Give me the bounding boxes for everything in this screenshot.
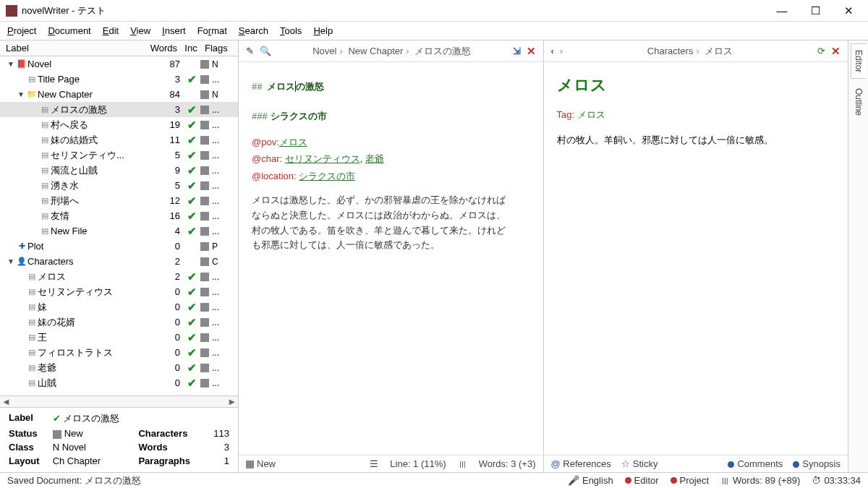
tree-row[interactable]: ▤湧き水5✔... <box>0 178 238 193</box>
reload-icon[interactable]: ⟳ <box>817 46 825 56</box>
tree-row[interactable]: ▤セリヌンティウ...5✔... <box>0 147 238 163</box>
editor-heading-2: ### シラクスの市 <box>252 106 530 125</box>
tree-row[interactable]: ▤妹0✔... <box>0 299 238 314</box>
split-icon[interactable]: ⇲ <box>513 46 521 56</box>
char-icon: 👤 <box>16 257 27 267</box>
hdr-words[interactable]: Words <box>147 41 180 55</box>
hdr-flags[interactable]: Flags <box>202 41 238 55</box>
footer-comments[interactable]: Comments <box>728 458 783 469</box>
status-editor: Editor <box>625 475 659 486</box>
tree-row[interactable]: ▤濁流と山賊9✔... <box>0 163 238 178</box>
tree-row[interactable]: ▤村へ戻る19✔... <box>0 117 238 132</box>
status-saved: Saved Document: メロスの激怒 <box>7 474 141 487</box>
doc-icon: ▤ <box>39 150 51 160</box>
footer-sticky[interactable]: ☆Sticky <box>621 458 658 469</box>
search-icon[interactable]: 🔍 <box>260 46 271 56</box>
tree-row-inc: ✔ <box>183 210 200 223</box>
menu-format[interactable]: Format <box>197 25 227 36</box>
tree-row-label: セリヌンティウス <box>38 286 150 299</box>
tree-row[interactable]: ▤老爺0✔... <box>0 360 238 375</box>
editor-body[interactable]: ## メロスの激怒 ### シラクスの市 @pov:メロス @char: セリヌ… <box>239 62 543 455</box>
footer-references[interactable]: @ References <box>551 458 611 469</box>
tree-row[interactable]: ▤妹の花婿0✔... <box>0 314 238 330</box>
menu-tools[interactable]: Tools <box>280 25 302 36</box>
tree-row[interactable]: ▤刑場へ12✔... <box>0 193 238 208</box>
expander-icon[interactable]: ▼ <box>6 60 16 68</box>
detail-paras-lab: Paragraphs <box>138 455 190 466</box>
tree-row-inc: ✔ <box>183 119 200 132</box>
status-words: ⫼Words: 89 (+89) <box>720 475 800 486</box>
tree-row[interactable]: ▤妹の結婚式11✔... <box>0 132 238 147</box>
tree-row-words: 3 <box>150 104 183 115</box>
viewer-close-icon[interactable]: ✕ <box>831 45 841 58</box>
menu-insert[interactable]: Insert <box>162 25 186 36</box>
tree-row-flag: ... <box>200 74 235 85</box>
tree-row-label: Novel <box>27 59 150 69</box>
doc-icon: ▤ <box>39 181 51 191</box>
tree-row-inc: ✔ <box>183 270 200 283</box>
tab-outline[interactable]: Outline <box>851 82 867 122</box>
tree-row[interactable]: ▤友情16✔... <box>0 208 238 223</box>
hdr-inc[interactable]: Inc <box>180 41 202 55</box>
meta-pov-link[interactable]: メロス <box>279 137 307 147</box>
tree-row-flag: ... <box>200 287 235 297</box>
tree-row[interactable]: ▤Title Page3✔... <box>0 72 238 87</box>
doc-icon: ▤ <box>26 302 38 312</box>
doc-icon: ▤ <box>39 105 51 115</box>
minimize-button[interactable]: — <box>773 4 791 17</box>
doc-icon: ▤ <box>26 378 38 388</box>
tree-hscroll[interactable]: ◄► <box>0 395 238 407</box>
meta-loc-link[interactable]: シラクスの市 <box>299 171 355 181</box>
close-button[interactable]: ✕ <box>839 4 858 17</box>
menu-view[interactable]: View <box>130 25 150 36</box>
expander-icon[interactable]: ▼ <box>6 257 16 265</box>
meta-char-link-2[interactable]: 老爺 <box>365 153 384 164</box>
project-tree[interactable]: ▼📕Novel87N▤Title Page3✔...▼📁New Chapter8… <box>0 56 238 395</box>
tree-row[interactable]: ▤メロスの激怒3✔... <box>0 102 238 117</box>
editor-panel: ✎ 🔍 Novel› New Chapter› メロスの激怒 ⇲ ✕ ## メロ… <box>239 40 544 472</box>
tree-row-label: 王 <box>38 331 150 344</box>
menu-document[interactable]: Document <box>48 25 90 36</box>
tree-row[interactable]: ▤フィロストラトス0✔... <box>0 345 238 360</box>
tree-row[interactable]: ▤山賊0✔... <box>0 375 238 390</box>
tree-row[interactable]: ▤New File4✔... <box>0 223 238 239</box>
maximize-button[interactable]: ☐ <box>806 4 825 17</box>
hdr-label[interactable]: Label <box>0 41 147 55</box>
menu-help[interactable]: Help <box>313 25 333 36</box>
detail-layout-val: Ch Chapter <box>53 455 126 466</box>
doc-icon: ▤ <box>26 333 38 343</box>
tree-row-inc: ✔ <box>183 225 200 238</box>
editor-close-icon[interactable]: ✕ <box>527 45 536 58</box>
tree-row-words: 2 <box>150 271 183 282</box>
edit-icon[interactable]: ✎ <box>246 46 254 56</box>
footer-words-icon: ⫼ <box>458 458 467 469</box>
menu-project[interactable]: Project <box>7 25 36 36</box>
status-lang[interactable]: 🎤English <box>568 475 613 486</box>
tree-row-words: 0 <box>150 301 183 312</box>
tree-row-words: 4 <box>150 226 183 236</box>
menu-search[interactable]: Search <box>239 25 268 36</box>
tree-row-words: 16 <box>150 210 183 221</box>
tree-row-flag: ... <box>200 196 235 206</box>
viewer-heading: メロス <box>557 72 835 98</box>
menu-edit[interactable]: Edit <box>103 25 119 36</box>
tree-row[interactable]: ▤王0✔... <box>0 330 238 345</box>
nav-fwd-icon[interactable]: › <box>560 46 563 56</box>
tree-row-label: 刑場へ <box>51 194 150 207</box>
meta-char-link-1[interactable]: セリヌンティウス <box>285 153 360 164</box>
tree-row-words: 0 <box>150 347 183 358</box>
tree-row-words: 0 <box>150 377 183 388</box>
footer-synopsis[interactable]: Synopsis <box>793 458 841 469</box>
tree-row[interactable]: ✚Plot0P <box>0 239 238 254</box>
nav-back-icon[interactable]: ‹ <box>551 46 554 56</box>
window-title: novelWriter - テスト <box>22 4 773 17</box>
tree-row[interactable]: ▤メロス2✔... <box>0 269 238 284</box>
tree-row[interactable]: ▼👤Characters2C <box>0 254 238 269</box>
tree-row[interactable]: ▼📕Novel87N <box>0 56 238 72</box>
expander-icon[interactable]: ▼ <box>16 90 26 98</box>
tree-row-flag: ... <box>200 226 235 236</box>
viewer-panel: ‹ › Characters› メロス ⟳ ✕ メロス Tag: メロス 村の牧… <box>544 40 848 472</box>
tree-row[interactable]: ▤セリヌンティウス0✔... <box>0 284 238 299</box>
tab-editor[interactable]: Editor <box>851 43 867 79</box>
tree-row[interactable]: ▼📁New Chapter84N <box>0 87 238 102</box>
